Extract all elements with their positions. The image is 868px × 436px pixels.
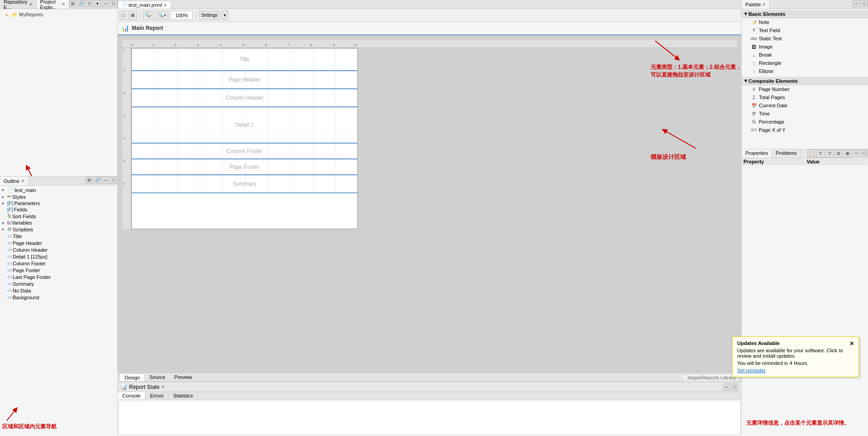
tab-preview[interactable]: Preview [170, 374, 197, 381]
outline-max-icon[interactable]: □ [110, 177, 117, 184]
tab-project-explorer[interactable]: Project Explo... ✕ [37, 0, 69, 9]
link-icon[interactable]: 🔗 [77, 0, 85, 7]
filter-icon[interactable]: ▽ [86, 0, 93, 7]
outline-item-lastpagefooter[interactable]: ▭ Last Page Footer [1, 273, 116, 280]
palette-item-statictext[interactable]: abc Static Text [742, 34, 868, 43]
prop-tool-2[interactable]: T [816, 149, 825, 158]
outline-collapse-icon[interactable]: ⊟ [86, 177, 93, 184]
updates-set-reminder[interactable]: Set reminder [737, 368, 854, 373]
band-summary[interactable]: Summary [132, 175, 357, 193]
basic-elements-label: Basic Elements [748, 11, 785, 17]
palette-item-break[interactable]: ⊥ Break [742, 51, 868, 59]
tab-errors[interactable]: Errors [145, 392, 168, 399]
band-detail[interactable]: Detail 1 [132, 107, 357, 144]
palette-item-totalpages[interactable]: Σ Total Pages [742, 93, 868, 101]
minimize-icon[interactable]: ─ [102, 0, 109, 7]
prop-tool-4[interactable]: ⊞ [844, 149, 852, 158]
prop-tool-3[interactable]: ⊡ [834, 149, 843, 158]
basic-elements-header[interactable]: ▾ Basic Elements [742, 10, 868, 18]
palette-max[interactable]: □ [861, 0, 868, 7]
outline-min-icon[interactable]: ─ [102, 177, 109, 184]
report-state-min[interactable]: ─ [723, 383, 730, 391]
palette-item-time[interactable]: ⏱ Time [742, 110, 868, 118]
tab-repository[interactable]: Repository E... ✕ [0, 0, 37, 9]
prop-tool-filter[interactable]: ▽ [825, 149, 834, 158]
toolbar-btn-arrow[interactable]: ▾ [221, 11, 228, 20]
palette-item-ellipse[interactable]: ○ Ellipse [742, 67, 868, 75]
palette-item-pagenumber[interactable]: # Page Number [742, 85, 868, 93]
outline-item-sortfields[interactable]: ⇅ Sort Fields [1, 213, 116, 220]
design-canvas-area[interactable]: 0 1 2 3 4 5 6 7 8 9 10 [118, 35, 741, 373]
palette-item-textfield[interactable]: T Text Field [742, 26, 868, 34]
tab-project-explorer-close[interactable]: ✕ [62, 2, 65, 7]
tab-console[interactable]: Console [118, 392, 145, 399]
outline-item-background[interactable]: ▭ Background [1, 294, 116, 301]
composite-elements-header[interactable]: ▾ Composite Elements [742, 77, 868, 85]
toolbar-btn-zoom-in[interactable]: 🔍+ [156, 11, 168, 20]
band-column-header[interactable]: Column Header [132, 89, 357, 107]
tab-palette[interactable]: Palette ✕ [742, 0, 770, 9]
tab-palette-close[interactable]: ✕ [762, 2, 766, 7]
outline-item-pageheader[interactable]: ▭ Page Header [1, 240, 116, 246]
outline-item-styles[interactable]: ▸ ✏ Styles [1, 193, 116, 200]
tab-statistics[interactable]: Statistics [168, 392, 198, 399]
outline-link-icon[interactable]: 🔗 [94, 177, 101, 184]
prop-tool-1[interactable]: 📋 [807, 149, 815, 158]
editor-tab-close[interactable]: ✕ [163, 3, 167, 8]
palette-item-currentdate[interactable]: 📅 Current Date [742, 101, 868, 110]
tab-design[interactable]: Design [120, 374, 145, 381]
report-state-max[interactable]: □ [731, 383, 739, 391]
band-page-header[interactable]: Page Header [132, 71, 357, 89]
maximize-icon[interactable]: □ [110, 0, 117, 7]
outline-item-title[interactable]: ▭ Title [1, 233, 116, 240]
tab-repository-close[interactable]: ✕ [29, 2, 33, 7]
updates-close-button[interactable]: ✕ [849, 340, 854, 347]
palette-item-rectangle[interactable]: □ Rectangle [742, 59, 868, 67]
tree-item-myreports[interactable]: ▸ 📁 MyReports [2, 11, 115, 18]
toolbar-btn-1[interactable]: □ [120, 11, 127, 20]
prop-min[interactable]: ─ [853, 149, 860, 157]
console-area[interactable] [119, 401, 740, 435]
outline-item-parameters[interactable]: ▾ [P] Parameters [1, 200, 116, 206]
toolbar-sep-1 [139, 11, 140, 19]
report-canvas[interactable]: Title Page Header Column Header Detail 1 [131, 48, 358, 229]
outline-item-variables[interactable]: ▾ fx Variables [1, 220, 116, 226]
prop-max[interactable]: □ [861, 149, 868, 157]
band-page-footer[interactable]: Page Footer [132, 159, 357, 175]
tab-source[interactable]: Source [145, 374, 170, 381]
palette-min[interactable]: ─ [853, 0, 860, 7]
outline-item-columnheader[interactable]: ▭ Column Header [1, 246, 116, 253]
tab-problems[interactable]: Problems [772, 149, 801, 158]
menu-icon[interactable]: ▾ [94, 0, 101, 7]
toolbar-btn-2[interactable]: ⊞ [129, 11, 137, 20]
outline-label-fields: Fields [14, 207, 27, 212]
toolbar-btn-zoom-out[interactable]: 🔍- [143, 11, 154, 20]
outline-item-scriptlets[interactable]: ▾ ⚙ Scriptlets [1, 226, 116, 233]
outline-item-pagefooter[interactable]: ▭ Page Footer [1, 267, 116, 273]
outline-item-nodata[interactable]: ▭ No Data [1, 287, 116, 294]
settings-button[interactable]: Settings [199, 11, 220, 20]
collapse-icon[interactable]: ⊟ [69, 0, 77, 7]
tab-properties[interactable]: Properties [742, 149, 772, 158]
zoom-input[interactable] [170, 11, 193, 20]
sort-icon: ⇅ [7, 213, 11, 219]
palette-item-pagexy[interactable]: X/Y Page X of Y [742, 126, 868, 134]
console-textarea[interactable] [120, 402, 739, 433]
band-column-footer[interactable]: Column Footer [132, 144, 357, 159]
rectangle-icon: □ [751, 60, 757, 66]
editor-tab-main[interactable]: 📄 test_main.jrxml ✕ [118, 1, 171, 9]
tab-outline[interactable]: Outline ✕ [0, 177, 29, 185]
outline-item-colfooter[interactable]: ▭ Column Footer [1, 260, 116, 267]
outline-panel: Outline ✕ ⊟ 🔗 ─ □ ▾ 📄 test_ma [0, 177, 117, 436]
palette-item-note[interactable]: 📝 Note [742, 18, 868, 26]
tab-outline-close[interactable]: ✕ [21, 178, 24, 183]
band-title[interactable]: Title [132, 48, 357, 71]
palette-item-image[interactable]: 🖼 Image [742, 43, 868, 51]
palette-item-percentage[interactable]: % Percentage [742, 118, 868, 126]
composite-elements-section: ▾ Composite Elements # Page Number Σ Tot… [742, 76, 868, 135]
outline-item-fields[interactable]: [F] Fields [1, 206, 116, 213]
outline-item-testmain[interactable]: ▾ 📄 test_main [1, 187, 116, 193]
outline-item-summary[interactable]: ▭ Summary [1, 280, 116, 287]
report-state-tab-close[interactable]: ✕ [161, 384, 165, 389]
outline-item-detail[interactable]: ▭ Detail 1 [125px] [1, 253, 116, 260]
